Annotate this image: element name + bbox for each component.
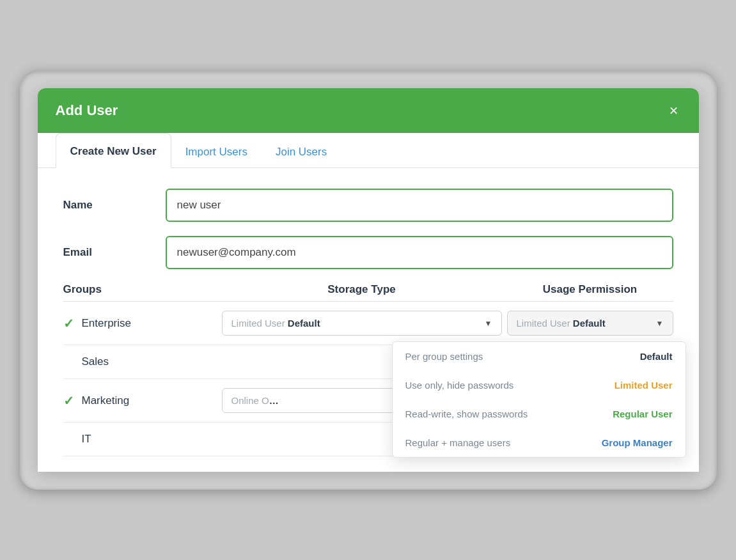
usage-dropdown-menu: Per group settings Default Use only, hid… bbox=[392, 341, 686, 458]
dropdown-item-label-default: Per group settings bbox=[405, 351, 483, 362]
modal-title: Add User bbox=[56, 102, 118, 119]
group-name-marketing: Marketing bbox=[82, 394, 130, 407]
dropdown-item-regular[interactable]: Read-write, show passwords Regular User bbox=[393, 400, 685, 428]
group-row-enterprise: ✓ Enterprise Limited User Default ▼ Limi… bbox=[63, 302, 673, 345]
check-enterprise: ✓ bbox=[63, 316, 74, 331]
dropdown-item-label-manager: Regular + manage users bbox=[405, 437, 511, 448]
dropdown-item-limited[interactable]: Use only, hide passwords Limited User bbox=[393, 371, 685, 400]
email-label: Email bbox=[63, 246, 166, 259]
group-name-cell-it: ✓ IT bbox=[63, 432, 217, 447]
group-name-cell-marketing: ✓ Marketing bbox=[63, 393, 217, 408]
col-groups-header: Groups bbox=[63, 283, 217, 296]
group-name-sales: Sales bbox=[82, 355, 109, 368]
email-input[interactable] bbox=[166, 236, 673, 269]
dropdown-item-default[interactable]: Per group settings Default bbox=[393, 342, 685, 371]
modal-dialog: Add User × Create New User Import Users … bbox=[38, 88, 699, 472]
chevron-down-icon-usage: ▼ bbox=[656, 319, 664, 328]
dropdown-item-label-limited: Use only, hide passwords bbox=[405, 380, 514, 391]
name-label: Name bbox=[63, 199, 166, 212]
tabs-row: Create New User Import Users Join Users bbox=[38, 133, 699, 168]
outer-shell: Add User × Create New User Import Users … bbox=[20, 70, 717, 490]
modal-header: Add User × bbox=[38, 88, 699, 133]
tab-create-new-user[interactable]: Create New User bbox=[56, 133, 171, 168]
modal-body: Name Email Groups Storage Type Usage Per… bbox=[38, 168, 699, 472]
col-storage-header: Storage Type bbox=[217, 283, 507, 296]
tab-join-users[interactable]: Join Users bbox=[262, 134, 341, 167]
groups-section: Groups Storage Type Usage Permission ✓ E… bbox=[63, 283, 673, 456]
group-name-cell-sales: ✓ Sales bbox=[63, 354, 217, 369]
dropdown-item-value-regular: Regular User bbox=[613, 408, 672, 419]
email-row: Email bbox=[63, 236, 673, 269]
tab-import-users[interactable]: Import Users bbox=[171, 134, 262, 167]
groups-header: Groups Storage Type Usage Permission bbox=[63, 283, 673, 302]
group-name-it: IT bbox=[82, 433, 91, 446]
dropdown-item-manager[interactable]: Regular + manage users Group Manager bbox=[393, 428, 685, 457]
dropdown-item-value-default: Default bbox=[640, 351, 673, 362]
group-name-cell-enterprise: ✓ Enterprise bbox=[63, 316, 217, 331]
name-input[interactable] bbox=[166, 189, 673, 222]
storage-dropdown-enterprise[interactable]: Limited User Default ▼ bbox=[222, 311, 502, 336]
dropdown-item-value-limited: Limited User bbox=[615, 380, 673, 391]
chevron-down-icon: ▼ bbox=[485, 319, 492, 328]
col-usage-header: Usage Permission bbox=[507, 283, 673, 296]
usage-dropdown-enterprise[interactable]: Limited User Default ▼ bbox=[507, 311, 673, 336]
check-marketing: ✓ bbox=[63, 393, 74, 408]
group-storage-enterprise: Limited User Default ▼ bbox=[217, 311, 507, 336]
close-button[interactable]: × bbox=[666, 103, 680, 118]
dropdown-item-value-manager: Group Manager bbox=[602, 437, 673, 448]
name-row: Name bbox=[63, 189, 673, 222]
dropdown-item-label-regular: Read-write, show passwords bbox=[405, 408, 528, 419]
group-name-enterprise: Enterprise bbox=[82, 317, 131, 330]
group-usage-enterprise: Limited User Default ▼ Per group setting… bbox=[507, 311, 673, 336]
